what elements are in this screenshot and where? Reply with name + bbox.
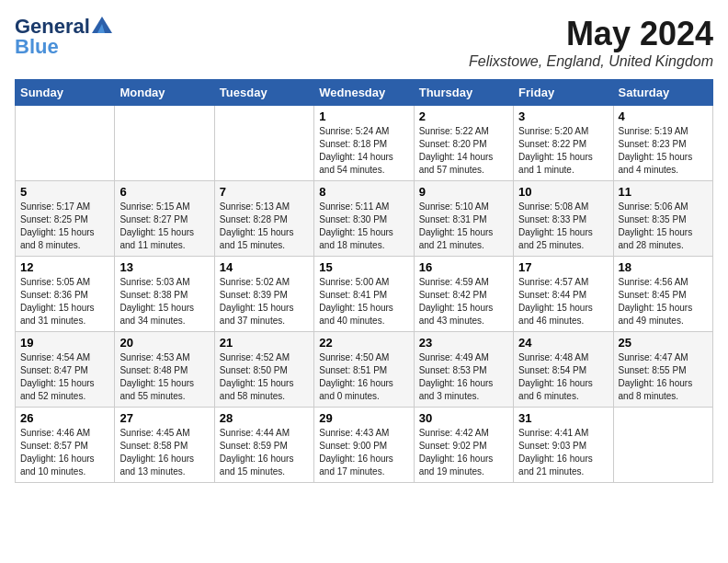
title-area: May 2024 Felixstowe, England, United Kin… bbox=[469, 15, 713, 70]
calendar-cell: 11Sunrise: 5:06 AMSunset: 8:35 PMDayligh… bbox=[613, 181, 712, 257]
day-number: 7 bbox=[220, 185, 309, 199]
day-number: 14 bbox=[220, 260, 309, 274]
day-info: Sunrise: 5:02 AMSunset: 8:39 PMDaylight:… bbox=[220, 276, 309, 327]
calendar-cell bbox=[613, 408, 712, 483]
calendar-cell: 9Sunrise: 5:10 AMSunset: 8:31 PMDaylight… bbox=[414, 181, 513, 257]
day-number: 6 bbox=[119, 185, 209, 199]
day-info: Sunrise: 4:42 AMSunset: 9:02 PMDaylight:… bbox=[419, 427, 508, 478]
day-number: 29 bbox=[319, 411, 408, 425]
calendar-week-row: 26Sunrise: 4:46 AMSunset: 8:57 PMDayligh… bbox=[16, 408, 713, 483]
calendar-week-row: 1Sunrise: 5:24 AMSunset: 8:18 PMDaylight… bbox=[16, 106, 713, 181]
calendar-cell: 20Sunrise: 4:53 AMSunset: 8:48 PMDayligh… bbox=[115, 332, 214, 408]
calendar-cell: 8Sunrise: 5:11 AMSunset: 8:30 PMDaylight… bbox=[314, 181, 414, 257]
calendar-cell: 3Sunrise: 5:20 AMSunset: 8:22 PMDaylight… bbox=[514, 106, 613, 181]
day-info: Sunrise: 4:41 AMSunset: 9:03 PMDaylight:… bbox=[518, 427, 608, 478]
day-info: Sunrise: 5:24 AMSunset: 8:18 PMDaylight:… bbox=[319, 125, 408, 177]
calendar-cell: 17Sunrise: 4:57 AMSunset: 8:44 PMDayligh… bbox=[514, 257, 613, 332]
day-info: Sunrise: 5:17 AMSunset: 8:25 PMDaylight:… bbox=[20, 201, 109, 252]
calendar-cell: 6Sunrise: 5:15 AMSunset: 8:27 PMDaylight… bbox=[115, 181, 214, 257]
calendar-cell: 31Sunrise: 4:41 AMSunset: 9:03 PMDayligh… bbox=[514, 408, 613, 483]
day-number: 16 bbox=[419, 260, 508, 274]
day-number: 25 bbox=[619, 336, 708, 350]
main-title: May 2024 bbox=[469, 15, 713, 53]
day-info: Sunrise: 4:47 AMSunset: 8:55 PMDaylight:… bbox=[619, 351, 708, 403]
calendar-day-header: Tuesday bbox=[214, 80, 313, 106]
calendar-day-header: Sunday bbox=[16, 80, 115, 106]
day-info: Sunrise: 5:05 AMSunset: 8:36 PMDaylight:… bbox=[20, 276, 109, 327]
day-info: Sunrise: 5:15 AMSunset: 8:27 PMDaylight:… bbox=[119, 201, 209, 252]
day-info: Sunrise: 5:03 AMSunset: 8:38 PMDaylight:… bbox=[119, 276, 209, 327]
calendar-cell bbox=[16, 106, 115, 181]
calendar-cell: 25Sunrise: 4:47 AMSunset: 8:55 PMDayligh… bbox=[613, 332, 712, 408]
calendar-cell bbox=[115, 106, 214, 181]
calendar-cell: 28Sunrise: 4:44 AMSunset: 8:59 PMDayligh… bbox=[214, 408, 313, 483]
calendar-week-row: 19Sunrise: 4:54 AMSunset: 8:47 PMDayligh… bbox=[16, 332, 713, 408]
calendar-day-header: Saturday bbox=[613, 80, 712, 106]
day-info: Sunrise: 5:19 AMSunset: 8:23 PMDaylight:… bbox=[619, 125, 708, 177]
logo-blue: Blue bbox=[15, 35, 59, 59]
day-number: 23 bbox=[419, 336, 508, 350]
day-info: Sunrise: 4:56 AMSunset: 8:45 PMDaylight:… bbox=[619, 276, 708, 327]
calendar-cell: 15Sunrise: 5:00 AMSunset: 8:41 PMDayligh… bbox=[314, 257, 414, 332]
day-number: 27 bbox=[119, 411, 209, 425]
day-info: Sunrise: 5:00 AMSunset: 8:41 PMDaylight:… bbox=[319, 276, 408, 327]
calendar-cell: 22Sunrise: 4:50 AMSunset: 8:51 PMDayligh… bbox=[314, 332, 414, 408]
calendar-cell: 24Sunrise: 4:48 AMSunset: 8:54 PMDayligh… bbox=[514, 332, 613, 408]
day-number: 22 bbox=[319, 336, 408, 350]
calendar-cell bbox=[214, 106, 313, 181]
day-info: Sunrise: 5:11 AMSunset: 8:30 PMDaylight:… bbox=[319, 201, 408, 252]
calendar-cell: 1Sunrise: 5:24 AMSunset: 8:18 PMDaylight… bbox=[314, 106, 414, 181]
calendar-cell: 13Sunrise: 5:03 AMSunset: 8:38 PMDayligh… bbox=[115, 257, 214, 332]
day-number: 17 bbox=[518, 260, 608, 274]
day-info: Sunrise: 4:59 AMSunset: 8:42 PMDaylight:… bbox=[419, 276, 508, 327]
day-number: 20 bbox=[119, 336, 209, 350]
day-info: Sunrise: 4:52 AMSunset: 8:50 PMDaylight:… bbox=[220, 351, 309, 403]
day-info: Sunrise: 4:53 AMSunset: 8:48 PMDaylight:… bbox=[119, 351, 209, 403]
calendar-week-row: 12Sunrise: 5:05 AMSunset: 8:36 PMDayligh… bbox=[16, 257, 713, 332]
day-info: Sunrise: 4:46 AMSunset: 8:57 PMDaylight:… bbox=[20, 427, 109, 478]
day-info: Sunrise: 4:43 AMSunset: 9:00 PMDaylight:… bbox=[319, 427, 408, 478]
calendar-day-header: Thursday bbox=[414, 80, 513, 106]
day-info: Sunrise: 4:57 AMSunset: 8:44 PMDaylight:… bbox=[518, 276, 608, 327]
day-number: 19 bbox=[20, 336, 109, 350]
calendar-cell: 16Sunrise: 4:59 AMSunset: 8:42 PMDayligh… bbox=[414, 257, 513, 332]
logo-icon bbox=[92, 17, 112, 33]
day-info: Sunrise: 4:44 AMSunset: 8:59 PMDaylight:… bbox=[220, 427, 309, 478]
day-info: Sunrise: 5:20 AMSunset: 8:22 PMDaylight:… bbox=[518, 125, 608, 177]
day-number: 10 bbox=[518, 185, 608, 199]
day-number: 30 bbox=[419, 411, 508, 425]
calendar-cell: 12Sunrise: 5:05 AMSunset: 8:36 PMDayligh… bbox=[16, 257, 115, 332]
day-info: Sunrise: 5:06 AMSunset: 8:35 PMDaylight:… bbox=[619, 201, 708, 252]
day-number: 1 bbox=[319, 109, 408, 123]
calendar-cell: 30Sunrise: 4:42 AMSunset: 9:02 PMDayligh… bbox=[414, 408, 513, 483]
day-number: 26 bbox=[20, 411, 109, 425]
calendar-cell: 5Sunrise: 5:17 AMSunset: 8:25 PMDaylight… bbox=[16, 181, 115, 257]
calendar-cell: 26Sunrise: 4:46 AMSunset: 8:57 PMDayligh… bbox=[16, 408, 115, 483]
day-number: 13 bbox=[119, 260, 209, 274]
logo: General Blue bbox=[15, 15, 112, 59]
calendar-cell: 18Sunrise: 4:56 AMSunset: 8:45 PMDayligh… bbox=[613, 257, 712, 332]
calendar-cell: 21Sunrise: 4:52 AMSunset: 8:50 PMDayligh… bbox=[214, 332, 313, 408]
day-info: Sunrise: 4:48 AMSunset: 8:54 PMDaylight:… bbox=[518, 351, 608, 403]
subtitle: Felixstowe, England, United Kingdom bbox=[469, 53, 713, 70]
day-number: 2 bbox=[419, 109, 508, 123]
day-number: 4 bbox=[619, 109, 708, 123]
calendar-day-header: Monday bbox=[115, 80, 214, 106]
day-number: 3 bbox=[518, 109, 608, 123]
day-info: Sunrise: 5:22 AMSunset: 8:20 PMDaylight:… bbox=[419, 125, 508, 177]
day-info: Sunrise: 5:08 AMSunset: 8:33 PMDaylight:… bbox=[518, 201, 608, 252]
day-info: Sunrise: 5:13 AMSunset: 8:28 PMDaylight:… bbox=[220, 201, 309, 252]
day-number: 15 bbox=[319, 260, 408, 274]
calendar-cell: 19Sunrise: 4:54 AMSunset: 8:47 PMDayligh… bbox=[16, 332, 115, 408]
day-number: 21 bbox=[220, 336, 309, 350]
calendar-header-row: SundayMondayTuesdayWednesdayThursdayFrid… bbox=[16, 80, 713, 106]
day-info: Sunrise: 4:54 AMSunset: 8:47 PMDaylight:… bbox=[20, 351, 109, 403]
header: General Blue May 2024 Felixstowe, Englan… bbox=[15, 15, 713, 70]
day-number: 8 bbox=[319, 185, 408, 199]
day-info: Sunrise: 4:45 AMSunset: 8:58 PMDaylight:… bbox=[119, 427, 209, 478]
day-info: Sunrise: 4:50 AMSunset: 8:51 PMDaylight:… bbox=[319, 351, 408, 403]
calendar-week-row: 5Sunrise: 5:17 AMSunset: 8:25 PMDaylight… bbox=[16, 181, 713, 257]
calendar-cell: 10Sunrise: 5:08 AMSunset: 8:33 PMDayligh… bbox=[514, 181, 613, 257]
calendar-cell: 27Sunrise: 4:45 AMSunset: 8:58 PMDayligh… bbox=[115, 408, 214, 483]
day-info: Sunrise: 4:49 AMSunset: 8:53 PMDaylight:… bbox=[419, 351, 508, 403]
